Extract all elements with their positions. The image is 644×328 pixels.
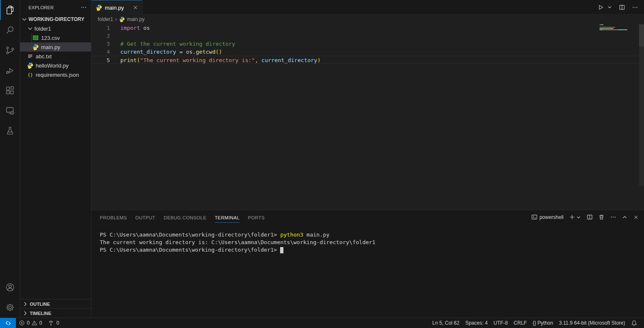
tree-item-label: main.py xyxy=(41,44,60,50)
run-dropdown-button[interactable] xyxy=(606,4,613,10)
remote-explorer-icon xyxy=(5,106,15,116)
split-terminal-button[interactable] xyxy=(587,214,593,220)
csv-icon xyxy=(32,34,39,41)
section-outline[interactable]: OUTLINE xyxy=(20,299,91,308)
problems-status[interactable]: 0 0 xyxy=(16,318,45,328)
broadcast-icon xyxy=(48,320,54,326)
close-icon[interactable] xyxy=(132,4,139,11)
sidebar-header: EXPLORER xyxy=(20,0,91,15)
panel-tab-ports[interactable]: PORTS xyxy=(244,210,269,225)
panel-tab-debug-console[interactable]: DEBUG CONSOLE xyxy=(160,210,211,225)
status-item-utf-8[interactable]: UTF-8 xyxy=(491,318,511,328)
error-count: 0 xyxy=(27,320,30,326)
warning-count: 0 xyxy=(39,320,42,326)
minimap-line xyxy=(600,24,603,25)
tree-root-working-directory[interactable]: WORKING-DIRECTORY xyxy=(20,15,91,24)
panel-more-button[interactable] xyxy=(610,214,616,220)
line-number[interactable]: 1 xyxy=(91,24,110,32)
activity-item-run-and-debug[interactable] xyxy=(0,60,20,81)
section-timeline[interactable]: TIMELINE xyxy=(20,308,91,318)
tab-main-py[interactable]: main.py xyxy=(91,0,143,15)
panel-tab-problems[interactable]: PROBLEMS xyxy=(96,210,131,225)
panel-tab-output[interactable]: OUTPUT xyxy=(131,210,160,225)
tree-item-main-py[interactable]: main.py xyxy=(20,42,91,52)
tree-item-requirements-json[interactable]: {}requirements.json xyxy=(20,70,91,79)
tree-item-folder1[interactable]: folder1 xyxy=(20,24,91,33)
activity-item-testing[interactable] xyxy=(0,121,20,141)
breadcrumb-item-folder1[interactable]: folder1 xyxy=(98,16,113,22)
breadcrumb: folder1›main.py xyxy=(91,15,644,24)
python-icon xyxy=(27,62,34,69)
run-debug-icon xyxy=(5,65,15,75)
editor-tab-bar: main.py xyxy=(91,0,644,15)
code-line-2[interactable]: 2 xyxy=(91,32,644,40)
terminal-line: PS C:\Users\aamna\Documents\working-dire… xyxy=(100,246,640,254)
terminal-line: The current working directory is: C:\Use… xyxy=(100,239,640,246)
panel-tab-terminal[interactable]: TERMINAL xyxy=(210,210,244,225)
maximize-panel-button[interactable] xyxy=(622,214,628,220)
activity-item-settings[interactable] xyxy=(0,297,20,318)
scrollbar-thumb[interactable] xyxy=(639,24,644,47)
ellipsis-icon xyxy=(610,214,616,220)
code-text: print("The current working directory is:… xyxy=(110,56,320,63)
code-line-5[interactable]: 5print("The current working directory is… xyxy=(91,56,644,64)
activity-item-source-control[interactable] xyxy=(0,40,20,60)
terminal-line: PS C:\Users\aamna\Documents\working-dire… xyxy=(100,231,640,239)
activity-item-explorer[interactable] xyxy=(0,0,20,20)
tree-item-helloWorld-py[interactable]: helloWorld.py xyxy=(20,61,91,70)
line-number[interactable]: 4 xyxy=(91,48,110,56)
activity-item-remote-explorer[interactable] xyxy=(0,101,20,121)
kill-terminal-button[interactable] xyxy=(598,214,605,220)
line-number[interactable]: 2 xyxy=(91,32,110,40)
status-item-python[interactable]: {} Python xyxy=(530,318,556,328)
chevron-down-icon xyxy=(27,25,34,32)
split-editor-icon xyxy=(619,4,625,10)
chevron-right-icon xyxy=(22,310,29,317)
breadcrumb-item-main-py[interactable]: main.py xyxy=(119,16,145,22)
tree-item-abc-txt[interactable]: abc.txt xyxy=(20,52,91,61)
run-button[interactable] xyxy=(597,3,605,11)
ports-status[interactable]: 0 xyxy=(45,318,62,328)
ellipsis-icon[interactable] xyxy=(80,4,87,10)
code-line-4[interactable]: 4current_directory = os.getcwd() xyxy=(91,48,644,56)
tree-item-label: 123.csv xyxy=(41,35,60,41)
scrollbar-track-shade xyxy=(639,47,644,186)
breadcrumb-label: folder1 xyxy=(98,16,113,22)
code-line-3[interactable]: 3# Get the current working directory xyxy=(91,40,644,48)
code-editor[interactable]: 1import os23# Get the current working di… xyxy=(91,24,644,210)
line-number[interactable]: 5 xyxy=(91,56,110,63)
section-label: OUTLINE xyxy=(30,302,50,307)
terminal-cursor xyxy=(280,247,283,253)
status-item-crlf[interactable]: CRLF xyxy=(511,318,530,328)
terminal-icon xyxy=(531,214,538,220)
activity-item-accounts[interactable] xyxy=(0,277,20,297)
ellipsis-icon xyxy=(632,4,638,10)
code-text: current_directory = os.getcwd() xyxy=(110,48,222,56)
gear-icon xyxy=(5,302,15,312)
status-bar-right: Ln 5, Col 62Spaces: 4UTF-8CRLF{} Python3… xyxy=(429,318,644,328)
close-panel-button[interactable] xyxy=(633,214,639,220)
more-actions-button[interactable] xyxy=(631,3,639,11)
activity-item-extensions[interactable] xyxy=(0,81,20,101)
remote-indicator[interactable] xyxy=(0,318,16,328)
editor-scrollbar[interactable] xyxy=(639,24,644,210)
tree-item-label: requirements.json xyxy=(36,72,79,78)
status-item-spaces-4[interactable]: Spaces: 4 xyxy=(462,318,491,328)
search-icon xyxy=(5,25,15,35)
terminal-output[interactable]: PS C:\Users\aamna\Documents\working-dire… xyxy=(100,231,640,254)
tree-item-123-csv[interactable]: 123.csv xyxy=(20,33,91,42)
code-line-1[interactable]: 1import os xyxy=(91,24,644,32)
split-editor-button[interactable] xyxy=(618,3,626,11)
minimap-line xyxy=(600,28,613,29)
activity-bar xyxy=(0,0,20,318)
activity-item-search[interactable] xyxy=(0,20,20,40)
line-number[interactable]: 3 xyxy=(91,40,110,48)
shell-picker[interactable]: powershell xyxy=(531,214,564,220)
tab-label: main.py xyxy=(105,5,124,11)
source-control-icon xyxy=(5,45,15,55)
status-item-ln-5-col-62[interactable]: Ln 5, Col 62 xyxy=(429,318,462,328)
new-terminal-button[interactable] xyxy=(569,214,581,220)
notifications-button[interactable] xyxy=(628,318,641,328)
status-item-3-11-9-64-bit-microsoft-store[interactable]: 3.11.9 64-bit (Microsoft Store) xyxy=(556,318,628,328)
account-icon xyxy=(5,282,15,292)
